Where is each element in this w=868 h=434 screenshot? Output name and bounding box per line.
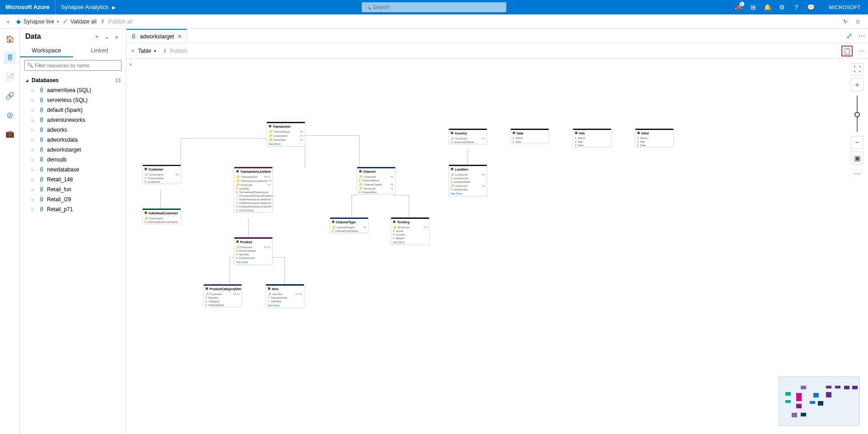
rail-develop-icon[interactable]: 📄 <box>4 70 16 83</box>
add-resource-icon[interactable]: ＋ <box>92 32 102 41</box>
see-more-link[interactable]: See More <box>449 191 487 196</box>
chevron-right-icon: ▷ <box>32 108 36 112</box>
db-item[interactable]: ▷🛢Retail_p71 <box>22 204 124 214</box>
see-more-link[interactable]: See More <box>267 142 305 146</box>
refresh-icon[interactable]: ↻ <box>839 18 852 25</box>
entity-transaction[interactable]: ⊞ Transaction 🔑TransactionIdPK 🔑Customer… <box>266 122 305 147</box>
chevron-right-icon: ▷ <box>32 148 36 152</box>
entity-item[interactable]: ⊞ Item 🔑ItemSkuPK,FK √StandardCost √List… <box>266 284 304 308</box>
fit-icon[interactable]: ⛶ <box>851 63 863 76</box>
see-more-link[interactable]: See More <box>266 303 304 308</box>
entity-date[interactable]: ⊞ Date ≡Name ≡Date <box>510 129 549 144</box>
gear-icon[interactable]: ⚙ <box>775 0 789 14</box>
brand-label[interactable]: Microsoft Azure <box>0 0 56 14</box>
entity-info2[interactable]: ⊞ Info2 ≡Name ≡Age ≡Date <box>635 129 674 148</box>
account-label[interactable]: MICROSOFT <box>818 5 868 10</box>
databases-group[interactable]: ◢ Databases 13 <box>22 75 124 85</box>
synapse-live-button[interactable]: ◆ Synapse live ▾ <box>16 18 59 25</box>
product-label[interactable]: Synapse Analytics ▶ <box>56 0 121 15</box>
entity-info[interactable]: ⊞ Info ≡Name ≡Age ≡Date <box>573 129 611 148</box>
validate-all-button[interactable]: ✓ Validate all <box>63 18 97 25</box>
entity-country[interactable]: ⊞ Country 🔑CountryIdPK ≡IsoCountryName <box>448 129 487 144</box>
filter-input[interactable] <box>24 60 121 71</box>
publish-button[interactable]: ⬆ Publish <box>163 48 187 54</box>
expand-icon[interactable]: ⤢ <box>843 32 855 40</box>
chevrons-icon[interactable]: ⌄ <box>102 33 112 40</box>
db-item[interactable]: ▷🛢Retail_l29 <box>22 194 124 204</box>
db-label: Retail_l29 <box>47 196 71 203</box>
announcements-icon[interactable]: 📣1 <box>732 0 746 14</box>
more-icon[interactable]: ⋯ <box>851 167 863 180</box>
db-item[interactable]: ▷🛢serverless (SQL) <box>22 95 124 105</box>
database-icon: 🛢 <box>39 87 44 93</box>
file-tab[interactable]: 🛢 adworkstarget ✕ <box>126 29 187 43</box>
minimap-toggle-icon[interactable]: ▣ <box>851 152 863 164</box>
db-item[interactable]: ▷🛢adventureworks <box>22 115 124 125</box>
entity-channel[interactable]: ⊞ Channel 🔑ChannelIdPK ≡ChannelName 🔑Cha… <box>357 167 396 194</box>
rail-manage-icon[interactable]: 💼 <box>4 127 16 140</box>
db-label: aamerrilsea (SQL) <box>47 87 91 93</box>
rail-integrate-icon[interactable]: 🔗 <box>4 89 16 102</box>
help-icon[interactable]: ? <box>789 0 804 14</box>
entity-territory[interactable]: ⊞ Territory 🔑TerritoryIdPK ≡Group ≡Count… <box>391 217 429 245</box>
side-panel-header: Data ＋ ⌄ « <box>20 29 126 42</box>
db-item[interactable]: ▷🛢aamerrilsea (SQL) <box>22 85 124 95</box>
see-more-link[interactable]: See More <box>234 260 272 264</box>
db-item[interactable]: ▷🛢demodb <box>22 155 124 165</box>
bell-icon[interactable]: 🔔 <box>761 0 775 14</box>
entity-transaction-line-item[interactable]: ⊞ TransactionLineItem 🔑TransactionIdPK,F… <box>234 167 273 212</box>
feedback-icon[interactable]: 💬 <box>804 0 818 14</box>
tab-linked[interactable]: Linked <box>73 44 126 57</box>
more-icon[interactable]: ⋯ <box>855 32 868 40</box>
db-item[interactable]: ▷🛢Retail_fun <box>22 185 124 194</box>
plus-icon: ＋ <box>130 47 135 55</box>
zoom-slider[interactable] <box>857 96 858 132</box>
entity-title: ⊞ Info <box>573 129 611 136</box>
rail-data-icon[interactable]: 🛢 <box>4 51 16 64</box>
entity-title: ⊞ Territory <box>391 218 429 225</box>
db-item[interactable]: ▷🛢Retail_148 <box>22 175 124 185</box>
rail-monitor-icon[interactable]: ◎ <box>4 108 16 121</box>
zoom-thumb[interactable] <box>854 112 860 117</box>
connector <box>393 195 409 195</box>
entity-location[interactable]: ⊞ Location 🔑LocationIdPK ≡LocationCity ≡… <box>448 165 487 196</box>
expand-rail-button[interactable]: » <box>4 18 13 25</box>
zoom-in-icon[interactable]: ＋ <box>851 78 863 91</box>
minimap[interactable] <box>779 376 860 426</box>
add-table-button[interactable]: ＋ Table ▾ <box>130 47 156 55</box>
more-icon[interactable]: ⋯ <box>859 48 864 54</box>
side-panel-title: Data <box>25 32 92 41</box>
connector <box>467 149 468 166</box>
directory-icon[interactable]: ⊞ <box>746 0 761 14</box>
db-item[interactable]: ▷🛢adworksdata <box>22 135 124 145</box>
chevron-down-icon: ▾ <box>57 19 59 24</box>
db-item[interactable]: ▷🛢adworks <box>22 125 124 135</box>
close-icon[interactable]: ✕ <box>177 33 182 40</box>
expand-canvas-icon[interactable]: » <box>129 61 132 67</box>
collapse-panel-icon[interactable]: « <box>112 33 121 40</box>
properties-button[interactable]: 📋 <box>841 46 853 56</box>
entity-product-category[interactable]: ⊞ ProductCategoryDim 🔑ProductIdPK,FK ≡Mo… <box>203 284 242 307</box>
publish-all-button[interactable]: ⬆ Publish all <box>100 18 133 25</box>
db-item[interactable]: ▷🛢default (Spark) <box>22 105 124 115</box>
db-item[interactable]: ▷🛢adworkstarget <box>22 145 124 155</box>
databases-count: 13 <box>115 78 121 83</box>
db-label: adworks <box>47 127 67 133</box>
rail-home-icon[interactable]: 🏠 <box>4 32 16 45</box>
entity-individual-customer[interactable]: ⊞ IndividualCustomer 🔑CustomerId ≡Indivi… <box>142 208 181 224</box>
zoom-out-icon[interactable]: − <box>851 136 863 149</box>
see-more-link[interactable]: See More <box>391 240 429 245</box>
search-icon: 🔍 <box>364 4 371 10</box>
tab-workspace[interactable]: Workspace <box>20 44 73 57</box>
search-input[interactable] <box>362 2 506 12</box>
db-label: adworkstarget <box>47 147 81 153</box>
entity-channel-type[interactable]: ⊞ ChannelType 🔑ChannelTypeIdPK ≡ChannelT… <box>330 217 369 233</box>
trash-icon[interactable]: 🗑 <box>852 18 864 25</box>
entity-product[interactable]: ⊞ Product 🔑ProductIdPK,FK ≡ProductName ≡… <box>234 237 273 265</box>
diagram-canvas[interactable]: » ⊞ Transaction 🔑TransactionIdPK 🔑Custom… <box>126 59 868 434</box>
db-item[interactable]: ▷🛢newdatabase <box>22 165 124 175</box>
upload-icon: ⬆ <box>100 18 105 25</box>
db-label: Retail_148 <box>47 176 73 183</box>
entity-customer[interactable]: ⊞ Customer 🔑CustomerIdPK ≡CustomerKey ≡L… <box>142 165 181 184</box>
entity-title: ⊞ ProductCategoryDim <box>204 285 242 292</box>
